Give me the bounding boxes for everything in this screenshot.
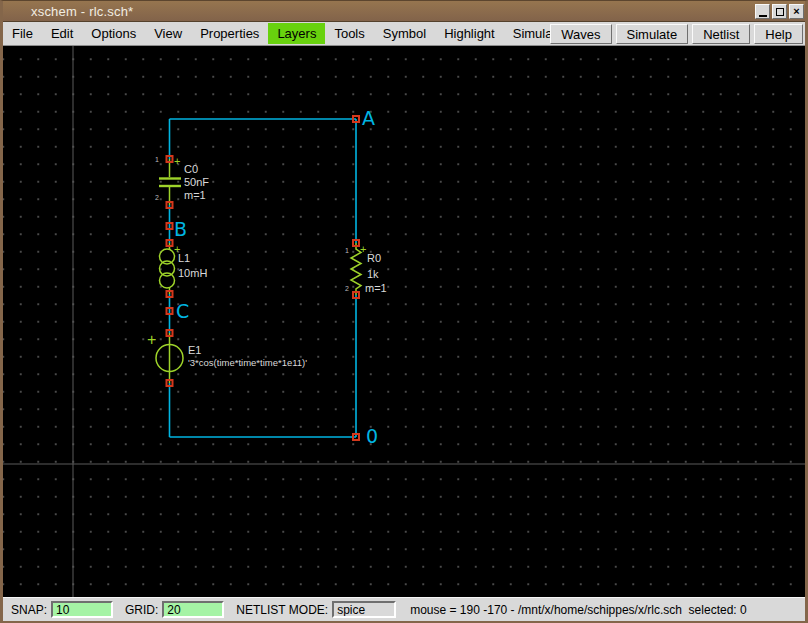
grid-input[interactable] bbox=[162, 601, 224, 618]
menu-options[interactable]: Options bbox=[82, 23, 145, 44]
minimize-icon bbox=[759, 15, 767, 17]
netlist-mode-input[interactable] bbox=[332, 601, 396, 618]
resistor-r0[interactable]: + 1 2 R0 1k m=1 bbox=[345, 243, 387, 295]
capacitor-mult: m=1 bbox=[184, 189, 206, 201]
menu-edit[interactable]: Edit bbox=[42, 23, 82, 44]
snap-label: SNAP: bbox=[11, 603, 47, 617]
node-label-gnd[interactable]: 0 bbox=[366, 425, 378, 447]
titlebar[interactable]: xschem - rlc.sch* × bbox=[3, 1, 805, 22]
simulate-button[interactable]: Simulate bbox=[616, 24, 689, 44]
schematic-drawing: + 1 2 C0 50nF m=1 + L1 10mH bbox=[3, 46, 805, 597]
close-button[interactable]: × bbox=[789, 4, 804, 19]
inductor-l1[interactable]: + L1 10mH bbox=[160, 243, 208, 294]
resistor-name: R0 bbox=[367, 252, 381, 264]
toolbar-buttons: Waves Simulate Netlist Help bbox=[550, 24, 803, 44]
menubar: File Edit Options View Properties Layers… bbox=[3, 22, 805, 46]
menu-symbol[interactable]: Symbol bbox=[374, 23, 435, 44]
source-value: '3*cos(time*time*time*1e11)' bbox=[188, 357, 307, 368]
menu-layers[interactable]: Layers bbox=[268, 23, 325, 44]
close-icon: × bbox=[793, 6, 799, 17]
node-label-c[interactable]: C bbox=[176, 300, 189, 322]
help-button[interactable]: Help bbox=[754, 24, 803, 44]
netlist-mode-label: NETLIST MODE: bbox=[236, 603, 328, 617]
source-e1[interactable]: + E1 '3*cos(time*time*time*1e11)' bbox=[147, 331, 307, 383]
capacitor-name: C0 bbox=[184, 163, 198, 175]
inductor-name: L1 bbox=[178, 252, 190, 264]
resistor-value: 1k bbox=[367, 268, 379, 280]
menu-file[interactable]: File bbox=[3, 23, 42, 44]
node-label-a[interactable]: A bbox=[362, 107, 375, 129]
minimize-button[interactable] bbox=[755, 4, 770, 19]
resistor-pin2-number: 2 bbox=[345, 285, 349, 292]
mouse-coordinates-info: mouse = 190 -170 - /mnt/x/home/schippes/… bbox=[410, 603, 747, 617]
resistor-mult: m=1 bbox=[365, 282, 387, 294]
inductor-value: 10mH bbox=[178, 267, 207, 279]
capacitor-value: 50nF bbox=[184, 176, 209, 188]
menu-highlight[interactable]: Highlight bbox=[435, 23, 504, 44]
source-plus-sign: + bbox=[147, 331, 156, 348]
source-name: E1 bbox=[188, 344, 201, 356]
grid-label: GRID: bbox=[125, 603, 158, 617]
origin-axes bbox=[3, 46, 805, 597]
maximize-button[interactable] bbox=[772, 4, 787, 19]
window-title: xschem - rlc.sch* bbox=[31, 4, 133, 19]
window-controls: × bbox=[755, 4, 804, 19]
resistor-pin1-number: 1 bbox=[345, 247, 349, 254]
capacitor-c0[interactable]: + 1 2 C0 50nF m=1 bbox=[155, 155, 209, 205]
schematic-canvas[interactable]: + 1 2 C0 50nF m=1 + L1 10mH bbox=[3, 46, 805, 597]
waves-button[interactable]: Waves bbox=[550, 24, 611, 44]
snap-input[interactable] bbox=[51, 601, 113, 618]
menu-properties[interactable]: Properties bbox=[191, 23, 268, 44]
node-label-b[interactable]: B bbox=[174, 218, 187, 240]
menu-tools[interactable]: Tools bbox=[325, 23, 373, 44]
maximize-icon bbox=[776, 8, 784, 16]
capacitor-pin1-number: 1 bbox=[155, 156, 159, 163]
capacitor-pin2-number: 2 bbox=[155, 194, 159, 201]
resistor-plus-sign: + bbox=[360, 243, 366, 255]
xschem-window: xschem - rlc.sch* × File Edit Options Vi… bbox=[0, 0, 808, 623]
capacitor-plus-sign: + bbox=[174, 155, 180, 167]
menu-view[interactable]: View bbox=[145, 23, 191, 44]
statusbar: SNAP: GRID: NETLIST MODE: mouse = 190 -1… bbox=[3, 597, 805, 621]
netlist-button[interactable]: Netlist bbox=[692, 24, 750, 44]
